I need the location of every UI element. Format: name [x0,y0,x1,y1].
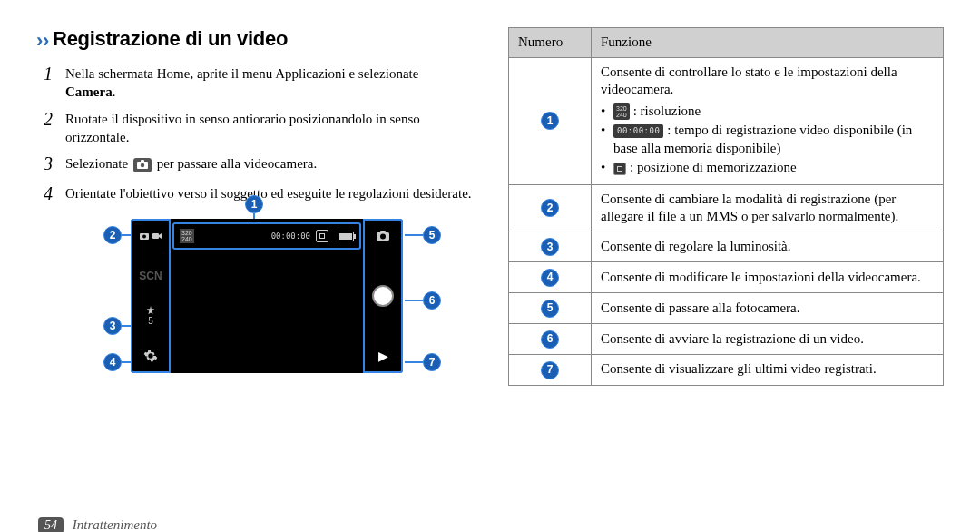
chevron-icon: ›› [36,29,49,52]
table-row: 2 Consente di cambiare la modalità di re… [509,184,944,232]
step-text: Nella schermata Home, aprite il menu App… [65,62,472,102]
callout-badge-6: 6 [423,291,441,310]
table-row: 3 Consente di regolare la luminosità. [509,232,944,262]
step-number: 2 [36,107,60,147]
table-row: 5 Consente di passare alla fotocamera. [509,293,944,324]
row-badge: 6 [541,330,559,349]
row-badge: 1 [541,112,559,130]
play-icon: ▶ [373,346,393,366]
gear-icon [141,346,161,366]
step-text: Selezionate per passare alla videocamera… [65,152,472,176]
callout-badge-3: 3 [103,317,122,335]
resolution-icon: 320 240 [180,229,194,243]
table-row: 1 Consente di controllare lo stato e le … [509,57,944,184]
scn-label: SCN [141,266,161,286]
callout-badge-7: 7 [423,353,441,371]
table-row: 7 Consente di visualizzare gli ultimi vi… [509,354,944,385]
row-badge: 7 [541,361,559,379]
switch-camera-icon [373,226,393,246]
svg-point-4 [142,235,146,239]
mode-toggle-icon [141,226,161,246]
callout-badge-2: 2 [103,226,122,244]
row-badge: 4 [541,269,559,287]
section-heading: ››Registrazione di un video [36,27,472,53]
storage-location-icon [316,230,328,242]
page-footer: 54 Intrattenimento [0,517,980,532]
camera-icon [133,158,152,172]
th-funzione: Funzione [592,28,944,58]
storage-icon [613,163,626,175]
step-2: 2 Ruotate il dispositivo in senso antior… [36,107,472,147]
step-number: 1 [36,62,60,102]
battery-icon [338,232,354,241]
callout-badge-5: 5 [423,226,441,244]
step-3: 3 Selezionate per passare alla videocame… [36,152,472,176]
table-row: 4 Consente di modificare le impostazioni… [509,262,944,293]
svg-rect-8 [380,231,386,233]
timer-text: 00:00:00 [258,232,310,241]
step-number: 3 [36,152,60,176]
time-icon: 00:00:00 [613,124,663,139]
step-number: 4 [36,182,60,206]
svg-point-2 [141,163,144,167]
svg-point-7 [380,234,386,240]
callout-badge-4: 4 [103,353,122,371]
row-badge: 2 [541,199,559,217]
brightness-icon: 5 [141,306,161,326]
row-badge: 3 [541,238,559,256]
step-text: Orientate l'obiettivo verso il soggetto … [65,182,472,206]
svg-rect-5 [152,233,159,239]
th-numero: Numero [509,28,592,58]
function-table: Numero Funzione 1 Consente di controllar… [508,27,944,386]
camera-preview-mockup: 1 2 3 4 5 6 [109,219,408,373]
record-button [372,285,394,307]
step-text: Ruotate il dispositivo in senso antiorar… [65,107,472,147]
section-name: Intrattenimento [73,517,157,532]
resolution-icon: 320240 [613,103,630,120]
step-1: 1 Nella schermata Home, aprite il menu A… [36,62,472,102]
page-number: 54 [38,517,64,532]
callout-badge-1: 1 [245,195,263,213]
row-badge: 5 [541,300,559,318]
table-row: 6 Consente di avviare la registrazione d… [509,323,944,354]
svg-rect-1 [141,160,144,163]
